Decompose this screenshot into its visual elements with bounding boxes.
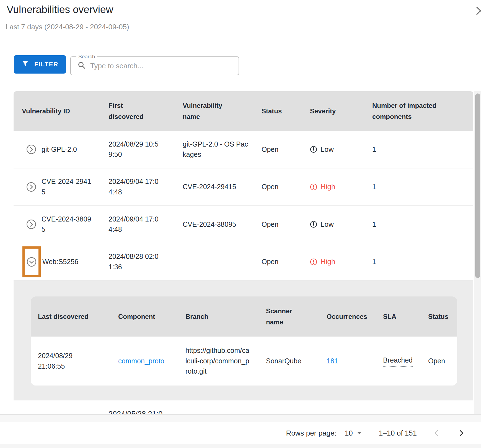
chevron-right-icon — [457, 429, 466, 437]
date-range-subtitle: Last 7 days (2024-08-29 - 2024-09-05) — [6, 23, 129, 31]
column-header-severity: Severity — [310, 106, 372, 117]
chevron-down-icon — [357, 432, 361, 434]
first-discovered: 2024/08/28 02:01:36 — [108, 251, 161, 272]
first-discovered: 2024/08/29 10:59:50 — [108, 139, 161, 160]
table-row: git-GPL-2.0 2024/08/29 10:59:50 git-GPL-… — [14, 131, 473, 168]
impacted-components-count: 1 — [372, 182, 473, 192]
column-header-occurrences: Occurrences — [327, 311, 383, 322]
occurrence-row: 2024/08/29 21:06:55 common_proto https:/… — [31, 337, 457, 386]
status-value: Open — [262, 219, 310, 230]
table-row: CVE-2024-38095 2024/09/04 17:04:48 CVE-2… — [14, 206, 473, 243]
next-page-button[interactable] — [456, 428, 467, 438]
column-header-vulnerability-name: Vulnerability name — [183, 100, 262, 122]
severity-exclamation-icon — [310, 258, 317, 265]
highlight-annotation-box — [22, 246, 41, 277]
branch-url: https://github.com/calculi-corp/common_p… — [185, 345, 250, 377]
table-row: CVE-2024-29415 2024/09/04 17:04:48 CVE-2… — [14, 168, 473, 206]
impacted-components-count: 1 — [372, 257, 473, 267]
status-value: Open — [262, 257, 310, 267]
vulnerability-name: CVE-2024-38095 — [183, 219, 236, 230]
vulnerabilities-overview-dialog: Vulnerabilities overview Last 7 days (20… — [0, 0, 481, 448]
severity-label: Low — [320, 219, 334, 230]
vertical-scrollbar-thumb[interactable] — [475, 93, 480, 278]
vulnerability-id: git-GPL-2.0 — [42, 144, 77, 155]
filter-button-label: FILTER — [34, 61, 58, 68]
chevron-left-icon — [432, 429, 441, 437]
vulnerability-id: CVE-2024-38095 — [42, 214, 93, 235]
vulnerability-id: Web:S5256 — [42, 257, 78, 267]
column-header-scanner-name: Scanner name — [266, 306, 327, 327]
expanded-row-panel: Last discovered Component Branch Scanner… — [14, 281, 473, 400]
column-header-branch: Branch — [185, 311, 266, 322]
search-field: Search — [70, 56, 239, 75]
first-discovered: 2024/05/28 21:0 — [108, 410, 162, 414]
background-strip — [0, 444, 481, 448]
previous-page-button[interactable] — [431, 428, 442, 438]
collapse-row-icon[interactable] — [26, 257, 37, 267]
vertical-scrollbar-track[interactable] — [474, 91, 481, 414]
first-discovered: 2024/09/04 17:04:48 — [108, 176, 161, 197]
column-header-vulnerability-id: Vulnerability ID — [14, 106, 108, 117]
severity-exclamation-icon — [310, 146, 317, 153]
occurrences-table-header: Last discovered Component Branch Scanner… — [31, 296, 457, 337]
pagination-range-label: 1–10 of 151 — [379, 429, 417, 437]
truncated-table-row: 2024/05/28 21:0 — [14, 400, 473, 414]
filter-funnel-icon — [22, 60, 29, 69]
severity-cell: Low — [310, 144, 372, 155]
expand-row-icon[interactable] — [26, 144, 37, 155]
page-title: Vulnerabilities overview — [7, 4, 113, 15]
status-value: Open — [262, 182, 310, 192]
severity-exclamation-icon — [310, 221, 317, 228]
severity-exclamation-icon — [310, 183, 317, 191]
column-header-component: Component — [118, 311, 185, 322]
severity-cell: High — [310, 181, 372, 192]
impacted-components-count: 1 — [372, 144, 473, 155]
rows-per-page-value: 10 — [345, 429, 353, 437]
impacted-components-count: 1 — [372, 219, 473, 230]
search-input[interactable] — [90, 62, 239, 70]
column-header-status: Status — [262, 106, 310, 117]
severity-cell: High — [310, 256, 372, 267]
last-discovered: 2024/08/29 21:06:55 — [38, 351, 79, 371]
first-discovered: 2024/09/04 17:04:48 — [108, 214, 161, 235]
occurrences-table: Last discovered Component Branch Scanner… — [31, 296, 457, 386]
column-header-impacted-components: Number of impacted components — [372, 100, 473, 122]
sla-status[interactable]: Breached — [383, 355, 413, 367]
severity-label: High — [320, 256, 335, 267]
rows-per-page-label: Rows per page: — [286, 429, 337, 437]
severity-label: High — [320, 181, 335, 192]
component-link[interactable]: common_proto — [118, 357, 164, 365]
background-strip — [0, 415, 481, 422]
column-header-status: Status — [428, 311, 457, 322]
close-icon[interactable] — [474, 4, 481, 18]
search-icon — [77, 61, 86, 71]
vulnerability-name: git-GPL-2.0 - OS Packages — [183, 139, 249, 160]
severity-cell: Low — [310, 219, 372, 230]
expand-row-icon[interactable] — [26, 219, 37, 230]
rows-per-page-select[interactable]: 10 — [345, 429, 361, 437]
vulnerability-id: CVE-2024-29415 — [42, 176, 93, 197]
vulnerability-name: CVE-2024-29415 — [183, 182, 236, 192]
status-value: Open — [262, 144, 310, 155]
vulnerabilities-table: Vulnerability ID First discovered Vulner… — [14, 91, 473, 281]
occurrences-count-link[interactable]: 181 — [327, 357, 338, 365]
expand-row-icon[interactable] — [26, 182, 37, 192]
table-row: Web:S5256 2024/08/28 02:01:36 Open High … — [14, 243, 473, 281]
pagination-bar: Rows per page: 10 1–10 of 151 — [14, 422, 473, 444]
severity-label: Low — [320, 144, 334, 155]
scanner-name: SonarQube — [266, 356, 327, 366]
search-field-label: Search — [76, 54, 97, 60]
filter-button[interactable]: FILTER — [14, 55, 66, 74]
vulnerabilities-table-header: Vulnerability ID First discovered Vulner… — [14, 91, 473, 131]
occurrence-status: Open — [428, 356, 457, 366]
column-header-last-discovered: Last discovered — [38, 311, 118, 322]
column-header-sla: SLA — [383, 311, 428, 322]
column-header-first-discovered: First discovered — [108, 100, 183, 122]
